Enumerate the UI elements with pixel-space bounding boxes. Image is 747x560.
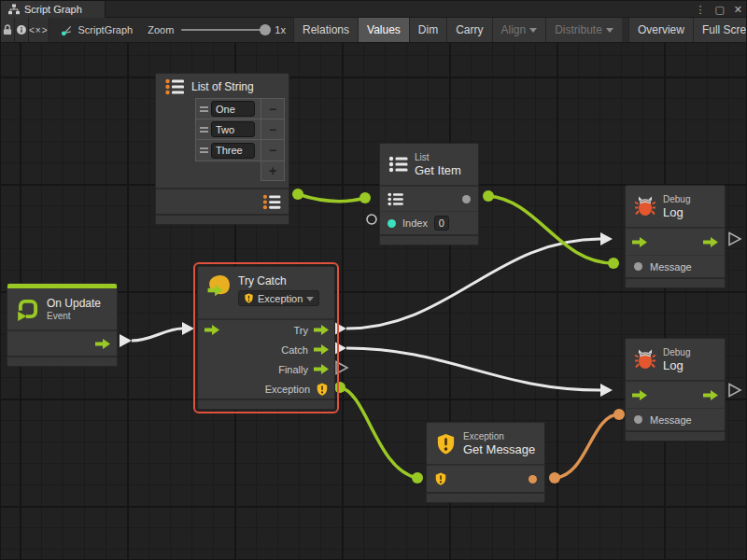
node-title: List of String (191, 80, 254, 94)
try-output-port[interactable] (314, 325, 329, 335)
index-value-field[interactable]: 0 (434, 216, 449, 231)
node-get-message[interactable]: Exception Get Message (426, 422, 545, 503)
wire-catch-to-log-bottom[interactable] (346, 348, 600, 390)
node-debug-log-bottom[interactable]: Debug Log Message (625, 338, 726, 441)
port-exception-out-dot[interactable] (334, 382, 345, 393)
close-icon[interactable]: ✕ (734, 1, 742, 18)
menu-icon[interactable]: ⋮ (695, 1, 705, 18)
exception-output-port[interactable] (316, 383, 329, 396)
port-index-in-circle[interactable] (367, 215, 376, 224)
drag-handle-icon[interactable] (196, 147, 211, 153)
port-getmessage-in-dot[interactable] (412, 472, 423, 483)
graph-name-label: ScriptGraph (78, 24, 134, 35)
message-output-port[interactable] (529, 475, 537, 483)
align-button[interactable]: Align (492, 18, 546, 42)
port-getitem-in-dot[interactable] (359, 192, 371, 203)
port-message-top-in-dot[interactable] (608, 258, 619, 269)
remove-item-button[interactable]: − (261, 119, 284, 140)
node-list-of-string[interactable]: List of String − − − (155, 73, 289, 225)
distribute-button[interactable]: Distribute (545, 18, 622, 42)
graph-reference[interactable]: ScriptGraph (49, 18, 143, 42)
list-input-port-icon[interactable] (388, 192, 403, 206)
fullscreen-button[interactable]: Full Screen (693, 18, 747, 42)
arrowhead-log-top-in (600, 232, 613, 245)
list-item-row: − (196, 140, 284, 161)
bug-icon (634, 195, 656, 217)
wire-list-to-getitem[interactable] (298, 194, 365, 201)
try-label: Try (294, 325, 308, 336)
node-try-catch[interactable]: Try Catch Exception Try Catch (197, 266, 335, 410)
index-input-port[interactable] (388, 219, 396, 228)
wire-getitem-to-message-top[interactable] (488, 196, 613, 263)
lock-button[interactable] (1, 18, 15, 42)
list-output-port-icon[interactable] (262, 194, 281, 210)
add-item-button[interactable]: + (261, 161, 285, 181)
port-onupdate-out-marker[interactable] (120, 334, 132, 347)
flow-output-port[interactable] (703, 237, 718, 247)
zoom-slider-handle[interactable] (260, 24, 271, 35)
values-button[interactable]: Values (358, 18, 409, 42)
remove-item-button[interactable]: − (261, 99, 284, 119)
wire-getmessage-to-message-bottom[interactable] (555, 414, 619, 478)
port-catch-out-marker[interactable] (334, 342, 346, 355)
node-footer (156, 214, 289, 224)
zoom-slider[interactable] (181, 29, 267, 31)
list-item-input[interactable] (211, 121, 255, 137)
try-catch-icon (206, 274, 232, 298)
port-log-top-out-triangle[interactable] (729, 233, 740, 245)
finally-output-port[interactable] (314, 364, 329, 374)
drag-handle-icon[interactable] (196, 127, 211, 133)
list-item-input[interactable] (211, 101, 255, 117)
port-list-out-dot[interactable] (292, 189, 303, 200)
inspect-button[interactable] (15, 18, 29, 42)
node-on-update[interactable]: On Update Event (7, 283, 118, 367)
port-row-exception: Exception (198, 379, 334, 399)
node-footer (7, 356, 117, 366)
tab-script-graph[interactable]: Script Graph (1, 1, 106, 18)
overview-button[interactable]: Overview (628, 18, 693, 42)
list-item-input[interactable] (211, 143, 255, 159)
node-get-item[interactable]: List Get Item Index 0 (379, 143, 479, 245)
chevron-down-icon (529, 28, 537, 33)
exception-input-port[interactable] (434, 472, 447, 485)
node-footer (626, 430, 725, 441)
item-output-port[interactable] (462, 195, 471, 203)
flow-input-port[interactable] (204, 325, 219, 335)
flow-input-port[interactable] (632, 237, 647, 247)
zoom-label: Zoom (148, 24, 174, 35)
message-input-port[interactable] (634, 262, 642, 271)
node-title: Get Message (463, 442, 535, 456)
flow-input-port[interactable] (632, 390, 647, 400)
graph-canvas[interactable]: List of String − − − (1, 43, 746, 559)
node-title: Get Item (415, 163, 461, 177)
dim-button[interactable]: Dim (409, 18, 446, 42)
maximize-icon[interactable]: ▢ (714, 1, 724, 18)
port-getmessage-out-dot[interactable] (549, 472, 560, 483)
port-try-out-marker[interactable] (334, 322, 346, 335)
node-debug-log-top[interactable]: Debug Log Message (625, 185, 726, 288)
wire-try-to-log-top[interactable] (346, 239, 600, 329)
remove-item-button[interactable]: − (261, 140, 284, 161)
relations-button[interactable]: Relations (293, 18, 358, 42)
catch-output-port[interactable] (314, 344, 329, 355)
index-label: Index (402, 217, 428, 229)
flow-output-port[interactable] (95, 339, 110, 349)
port-message-bottom-in-dot[interactable] (613, 409, 625, 420)
exception-type-dropdown[interactable]: Exception (238, 290, 319, 306)
title-bar: Script Graph ⋮ ▢ ✕ (1, 1, 746, 18)
wire-onupdate-to-trycatch[interactable] (132, 329, 182, 341)
port-getitem-out-dot[interactable] (483, 190, 494, 202)
string-list-editor: − − − (195, 98, 285, 161)
code-preview-button[interactable]: <×> (29, 18, 49, 42)
port-log-bottom-out-triangle[interactable] (729, 385, 740, 397)
drag-handle-icon[interactable] (196, 106, 211, 112)
message-input-port[interactable] (634, 415, 642, 424)
port-row-finally: Finally (198, 359, 334, 379)
dropdown-value: Exception (258, 293, 303, 304)
port-finally-out-triangle[interactable] (336, 362, 347, 374)
flow-output-port[interactable] (703, 390, 718, 400)
node-title: Log (663, 358, 690, 372)
lock-icon (1, 23, 14, 36)
wire-exception-to-getmessage[interactable] (340, 387, 417, 478)
carry-button[interactable]: Carry (446, 18, 491, 42)
